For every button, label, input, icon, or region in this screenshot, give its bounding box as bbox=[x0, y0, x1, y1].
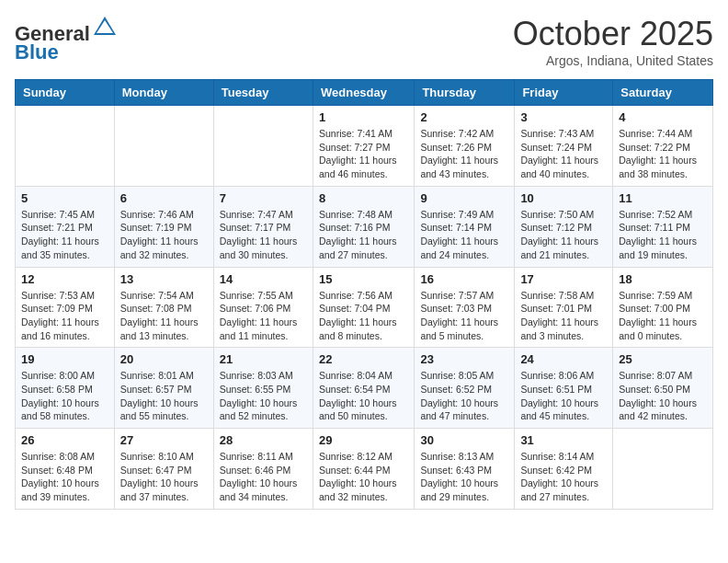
day-number: 2 bbox=[420, 110, 508, 124]
day-info: Sunrise: 7:44 AM Sunset: 7:22 PM Dayligh… bbox=[619, 127, 707, 181]
calendar-cell: 12Sunrise: 7:53 AM Sunset: 7:09 PM Dayli… bbox=[16, 267, 115, 348]
calendar-header-saturday: Saturday bbox=[613, 80, 713, 106]
calendar-cell: 28Sunrise: 8:11 AM Sunset: 6:46 PM Dayli… bbox=[213, 429, 313, 510]
calendar-table: SundayMondayTuesdayWednesdayThursdayFrid… bbox=[15, 79, 713, 510]
calendar-cell: 26Sunrise: 8:08 AM Sunset: 6:48 PM Dayli… bbox=[16, 429, 115, 510]
calendar-header-monday: Monday bbox=[114, 80, 213, 106]
calendar-week-row: 5Sunrise: 7:45 AM Sunset: 7:21 PM Daylig… bbox=[16, 186, 713, 267]
month-title: October 2025 bbox=[513, 15, 713, 53]
calendar-cell bbox=[613, 429, 713, 510]
day-info: Sunrise: 8:12 AM Sunset: 6:44 PM Dayligh… bbox=[319, 450, 408, 504]
day-number: 1 bbox=[319, 110, 408, 124]
day-info: Sunrise: 7:57 AM Sunset: 7:03 PM Dayligh… bbox=[420, 289, 508, 343]
calendar-cell: 20Sunrise: 8:01 AM Sunset: 6:57 PM Dayli… bbox=[114, 348, 213, 429]
day-info: Sunrise: 7:50 AM Sunset: 7:12 PM Dayligh… bbox=[520, 208, 607, 262]
calendar-cell: 25Sunrise: 8:07 AM Sunset: 6:50 PM Dayli… bbox=[613, 348, 713, 429]
calendar-cell bbox=[16, 106, 115, 187]
day-number: 25 bbox=[619, 352, 707, 366]
day-number: 28 bbox=[220, 433, 307, 447]
day-info: Sunrise: 7:41 AM Sunset: 7:27 PM Dayligh… bbox=[319, 127, 408, 181]
calendar-cell bbox=[213, 106, 313, 187]
calendar-cell: 9Sunrise: 7:49 AM Sunset: 7:14 PM Daylig… bbox=[415, 186, 515, 267]
day-number: 13 bbox=[120, 272, 208, 286]
location-subtitle: Argos, Indiana, United States bbox=[513, 53, 713, 68]
day-number: 19 bbox=[21, 352, 108, 366]
day-info: Sunrise: 7:46 AM Sunset: 7:19 PM Dayligh… bbox=[120, 208, 208, 262]
day-info: Sunrise: 8:05 AM Sunset: 6:52 PM Dayligh… bbox=[420, 369, 508, 423]
day-info: Sunrise: 7:52 AM Sunset: 7:11 PM Dayligh… bbox=[619, 208, 707, 262]
calendar-cell: 17Sunrise: 7:58 AM Sunset: 7:01 PM Dayli… bbox=[515, 267, 613, 348]
day-number: 24 bbox=[520, 352, 607, 366]
day-number: 5 bbox=[21, 191, 108, 205]
day-info: Sunrise: 7:59 AM Sunset: 7:00 PM Dayligh… bbox=[619, 289, 707, 343]
calendar-header-row: SundayMondayTuesdayWednesdayThursdayFrid… bbox=[16, 80, 713, 106]
logo-blue-text: Blue bbox=[15, 40, 59, 63]
day-number: 23 bbox=[420, 352, 508, 366]
calendar-week-row: 26Sunrise: 8:08 AM Sunset: 6:48 PM Dayli… bbox=[16, 429, 713, 510]
calendar-cell: 15Sunrise: 7:56 AM Sunset: 7:04 PM Dayli… bbox=[313, 267, 414, 348]
calendar-header-thursday: Thursday bbox=[415, 80, 515, 106]
day-info: Sunrise: 7:45 AM Sunset: 7:21 PM Dayligh… bbox=[21, 208, 108, 262]
calendar-cell: 29Sunrise: 8:12 AM Sunset: 6:44 PM Dayli… bbox=[313, 429, 414, 510]
day-info: Sunrise: 8:00 AM Sunset: 6:58 PM Dayligh… bbox=[21, 369, 108, 423]
day-info: Sunrise: 8:08 AM Sunset: 6:48 PM Dayligh… bbox=[21, 450, 108, 504]
calendar-cell: 3Sunrise: 7:43 AM Sunset: 7:24 PM Daylig… bbox=[515, 106, 613, 187]
calendar-cell: 24Sunrise: 8:06 AM Sunset: 6:51 PM Dayli… bbox=[515, 348, 613, 429]
calendar-cell: 31Sunrise: 8:14 AM Sunset: 6:42 PM Dayli… bbox=[515, 429, 613, 510]
logo: General Blue bbox=[15, 15, 118, 63]
calendar-header-sunday: Sunday bbox=[16, 80, 115, 106]
calendar-cell: 14Sunrise: 7:55 AM Sunset: 7:06 PM Dayli… bbox=[213, 267, 313, 348]
day-info: Sunrise: 8:07 AM Sunset: 6:50 PM Dayligh… bbox=[619, 369, 707, 423]
calendar-week-row: 1Sunrise: 7:41 AM Sunset: 7:27 PM Daylig… bbox=[16, 106, 713, 187]
day-number: 16 bbox=[420, 272, 508, 286]
calendar-cell: 10Sunrise: 7:50 AM Sunset: 7:12 PM Dayli… bbox=[515, 186, 613, 267]
day-number: 14 bbox=[220, 272, 307, 286]
calendar-week-row: 19Sunrise: 8:00 AM Sunset: 6:58 PM Dayli… bbox=[16, 348, 713, 429]
day-info: Sunrise: 7:47 AM Sunset: 7:17 PM Dayligh… bbox=[220, 208, 307, 262]
day-number: 27 bbox=[120, 433, 208, 447]
day-number: 20 bbox=[120, 352, 208, 366]
calendar-cell: 18Sunrise: 7:59 AM Sunset: 7:00 PM Dayli… bbox=[613, 267, 713, 348]
calendar-week-row: 12Sunrise: 7:53 AM Sunset: 7:09 PM Dayli… bbox=[16, 267, 713, 348]
calendar-cell: 19Sunrise: 8:00 AM Sunset: 6:58 PM Dayli… bbox=[16, 348, 115, 429]
day-info: Sunrise: 7:49 AM Sunset: 7:14 PM Dayligh… bbox=[420, 208, 508, 262]
day-info: Sunrise: 8:01 AM Sunset: 6:57 PM Dayligh… bbox=[120, 369, 208, 423]
calendar-cell bbox=[114, 106, 213, 187]
day-info: Sunrise: 8:11 AM Sunset: 6:46 PM Dayligh… bbox=[220, 450, 307, 504]
day-info: Sunrise: 8:13 AM Sunset: 6:43 PM Dayligh… bbox=[420, 450, 508, 504]
calendar-cell: 6Sunrise: 7:46 AM Sunset: 7:19 PM Daylig… bbox=[114, 186, 213, 267]
calendar-cell: 27Sunrise: 8:10 AM Sunset: 6:47 PM Dayli… bbox=[114, 429, 213, 510]
day-number: 29 bbox=[319, 433, 408, 447]
calendar-header-friday: Friday bbox=[515, 80, 613, 106]
calendar-cell: 21Sunrise: 8:03 AM Sunset: 6:55 PM Dayli… bbox=[213, 348, 313, 429]
day-info: Sunrise: 7:43 AM Sunset: 7:24 PM Dayligh… bbox=[520, 127, 607, 181]
calendar-cell: 7Sunrise: 7:47 AM Sunset: 7:17 PM Daylig… bbox=[213, 186, 313, 267]
day-number: 18 bbox=[619, 272, 707, 286]
calendar-cell: 30Sunrise: 8:13 AM Sunset: 6:43 PM Dayli… bbox=[415, 429, 515, 510]
day-info: Sunrise: 7:55 AM Sunset: 7:06 PM Dayligh… bbox=[220, 289, 307, 343]
day-number: 12 bbox=[21, 272, 108, 286]
calendar-header-tuesday: Tuesday bbox=[213, 80, 313, 106]
day-info: Sunrise: 8:03 AM Sunset: 6:55 PM Dayligh… bbox=[220, 369, 307, 423]
day-number: 26 bbox=[21, 433, 108, 447]
day-info: Sunrise: 8:06 AM Sunset: 6:51 PM Dayligh… bbox=[520, 369, 607, 423]
day-number: 17 bbox=[520, 272, 607, 286]
day-number: 6 bbox=[120, 191, 208, 205]
day-info: Sunrise: 7:48 AM Sunset: 7:16 PM Dayligh… bbox=[319, 208, 408, 262]
day-info: Sunrise: 7:53 AM Sunset: 7:09 PM Dayligh… bbox=[21, 289, 108, 343]
calendar-cell: 11Sunrise: 7:52 AM Sunset: 7:11 PM Dayli… bbox=[613, 186, 713, 267]
calendar-cell: 16Sunrise: 7:57 AM Sunset: 7:03 PM Dayli… bbox=[415, 267, 515, 348]
calendar-cell: 1Sunrise: 7:41 AM Sunset: 7:27 PM Daylig… bbox=[313, 106, 414, 187]
day-number: 15 bbox=[319, 272, 408, 286]
day-number: 31 bbox=[520, 433, 607, 447]
day-info: Sunrise: 7:42 AM Sunset: 7:26 PM Dayligh… bbox=[420, 127, 508, 181]
calendar-header-wednesday: Wednesday bbox=[313, 80, 414, 106]
title-area: October 2025 Argos, Indiana, United Stat… bbox=[513, 15, 713, 68]
day-info: Sunrise: 7:54 AM Sunset: 7:08 PM Dayligh… bbox=[120, 289, 208, 343]
day-number: 21 bbox=[220, 352, 307, 366]
day-number: 10 bbox=[520, 191, 607, 205]
day-number: 4 bbox=[619, 110, 707, 124]
day-number: 22 bbox=[319, 352, 408, 366]
day-info: Sunrise: 7:58 AM Sunset: 7:01 PM Dayligh… bbox=[520, 289, 607, 343]
day-number: 7 bbox=[220, 191, 307, 205]
